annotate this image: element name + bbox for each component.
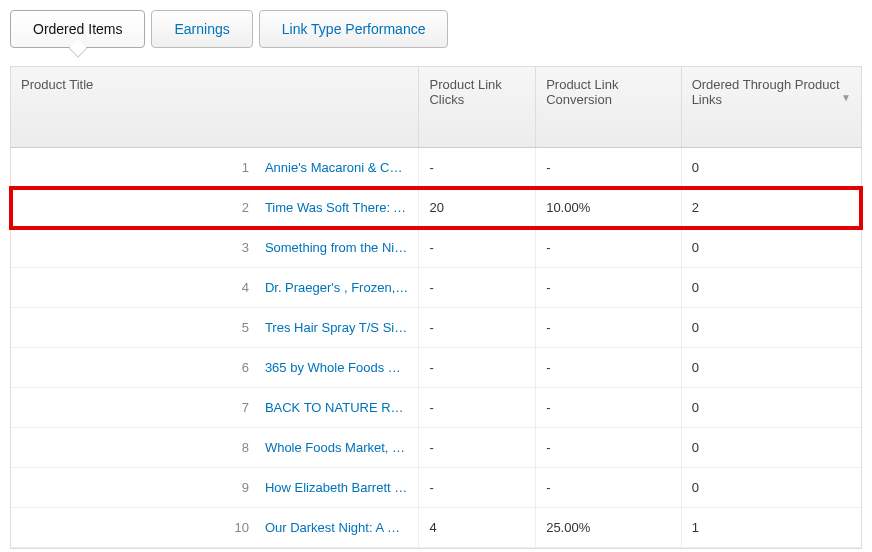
- row-number: 3: [11, 228, 255, 268]
- row-number: 7: [11, 388, 255, 428]
- table-row: 9How Elizabeth Barrett Browning Saved My…: [11, 468, 861, 508]
- cell-ordered: 0: [681, 268, 861, 308]
- cell-conversion: -: [536, 268, 681, 308]
- row-number: 2: [11, 188, 255, 228]
- cell-ordered: 0: [681, 348, 861, 388]
- tab-link-type-performance[interactable]: Link Type Performance: [259, 10, 449, 48]
- col-product-title[interactable]: Product Title: [11, 67, 419, 148]
- product-title-link[interactable]: Whole Foods Market, Organic Chicken Saus…: [255, 428, 419, 468]
- cell-ordered: 2: [681, 188, 861, 228]
- col-clicks[interactable]: Product Link Clicks: [419, 67, 536, 148]
- product-title-link[interactable]: Dr. Praeger's , Frozen, California Veggi…: [255, 268, 419, 308]
- cell-clicks: -: [419, 348, 536, 388]
- cell-conversion: -: [536, 388, 681, 428]
- cell-clicks: -: [419, 428, 536, 468]
- col-ordered-label: Ordered Through Product Links: [692, 77, 840, 107]
- product-title-link[interactable]: Time Was Soft There: A Paris Sojourn at …: [255, 188, 419, 228]
- cell-clicks: -: [419, 148, 536, 188]
- cell-clicks: -: [419, 308, 536, 348]
- cell-ordered: 0: [681, 308, 861, 348]
- tab-earnings[interactable]: Earnings: [151, 10, 252, 48]
- cell-clicks: -: [419, 268, 536, 308]
- product-title-link[interactable]: BACK TO NATURE Rosemary Olive Oil Harves…: [255, 388, 419, 428]
- product-title-link[interactable]: How Elizabeth Barrett Browning Saved My …: [255, 468, 419, 508]
- cell-clicks: 20: [419, 188, 536, 228]
- cell-ordered: 0: [681, 148, 861, 188]
- row-number: 1: [11, 148, 255, 188]
- col-ordered[interactable]: Ordered Through Product Links ▼: [681, 67, 861, 148]
- row-number: 8: [11, 428, 255, 468]
- product-title-link[interactable]: Annie's Macaroni & Cheese, Shells & Real…: [255, 148, 419, 188]
- tab-ordered-items[interactable]: Ordered Items: [10, 10, 145, 48]
- cell-conversion: -: [536, 428, 681, 468]
- cell-conversion: -: [536, 228, 681, 268]
- table-row: 10Our Darkest Night: A Novel of Italy an…: [11, 508, 861, 548]
- cell-conversion: -: [536, 468, 681, 508]
- product-title-link[interactable]: 365 by Whole Foods Market, Organic Cerea…: [255, 348, 419, 388]
- product-title-link[interactable]: Something from the Nightside (Nightside,…: [255, 228, 419, 268]
- cell-ordered: 0: [681, 228, 861, 268]
- table-row: 8Whole Foods Market, Organic Chicken Sau…: [11, 428, 861, 468]
- cell-conversion: -: [536, 148, 681, 188]
- table-row: 3Something from the Nightside (Nightside…: [11, 228, 861, 268]
- table-row: 4Dr. Praeger's , Frozen, California Vegg…: [11, 268, 861, 308]
- row-number: 9: [11, 468, 255, 508]
- cell-clicks: -: [419, 468, 536, 508]
- cell-clicks: 4: [419, 508, 536, 548]
- table-row: 1Annie's Macaroni & Cheese, Shells & Rea…: [11, 148, 861, 188]
- cell-ordered: 0: [681, 428, 861, 468]
- cell-ordered: 0: [681, 388, 861, 428]
- table-row: 5Tres Hair Spray T/S Size 2.Z Tres Hair …: [11, 308, 861, 348]
- table-header-row: Product Title Product Link Clicks Produc…: [11, 67, 861, 148]
- row-number: 6: [11, 348, 255, 388]
- product-title-link[interactable]: Tres Hair Spray T/S Size 2.Z Tres Hair S…: [255, 308, 419, 348]
- table-row: 6365 by Whole Foods Market, Organic Cere…: [11, 348, 861, 388]
- cell-conversion: 25.00%: [536, 508, 681, 548]
- product-title-link[interactable]: Our Darkest Night: A Novel of Italy and …: [255, 508, 419, 548]
- cell-conversion: 10.00%: [536, 188, 681, 228]
- table-row: 7BACK TO NATURE Rosemary Olive Oil Harve…: [11, 388, 861, 428]
- cell-clicks: -: [419, 388, 536, 428]
- cell-ordered: 0: [681, 468, 861, 508]
- col-conversion[interactable]: Product Link Conversion: [536, 67, 681, 148]
- cell-conversion: -: [536, 348, 681, 388]
- cell-clicks: -: [419, 228, 536, 268]
- sort-desc-icon: ▼: [841, 92, 851, 103]
- row-number: 4: [11, 268, 255, 308]
- table-row: 2Time Was Soft There: A Paris Sojourn at…: [11, 188, 861, 228]
- cell-conversion: -: [536, 308, 681, 348]
- row-number: 10: [11, 508, 255, 548]
- report-table: Product Title Product Link Clicks Produc…: [10, 66, 862, 549]
- tabs: Ordered Items Earnings Link Type Perform…: [10, 10, 862, 48]
- cell-ordered: 1: [681, 508, 861, 548]
- row-number: 5: [11, 308, 255, 348]
